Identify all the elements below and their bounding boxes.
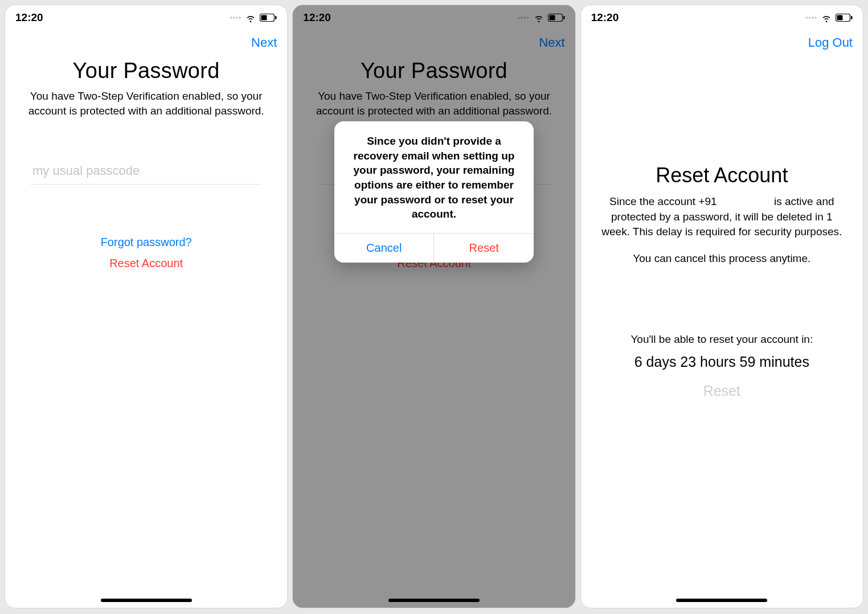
reset-info-prefix: Since the account +91 <box>609 195 717 207</box>
cellular-dots-icon: •••• <box>805 14 817 22</box>
page-title: Your Password <box>19 59 273 83</box>
wifi-icon <box>245 12 256 23</box>
screen-reset-account: 12:20 •••• Log Out Reset Account Since t… <box>580 5 863 608</box>
alert-reset-button[interactable]: Reset <box>433 234 534 263</box>
status-time: 12:20 <box>591 11 619 24</box>
reset-cancel-note: You can cancel this process anytime. <box>597 252 847 265</box>
nav-bar: Log Out <box>581 30 863 55</box>
reset-info-text: Since the account +91 is active and prot… <box>597 194 847 240</box>
countdown-label: You'll be able to reset your account in: <box>597 333 847 346</box>
alert-cancel-button[interactable]: Cancel <box>334 234 434 263</box>
logout-button[interactable]: Log Out <box>808 35 853 50</box>
svg-rect-7 <box>837 15 842 21</box>
account-phone-redacted <box>720 195 771 207</box>
status-right: •••• <box>805 12 853 23</box>
status-bar: 12:20 •••• <box>581 5 863 30</box>
content: Your Password You have Two-Step Verifica… <box>5 55 287 608</box>
wifi-icon <box>821 12 832 23</box>
page-subtitle: You have Two-Step Verification enabled, … <box>19 89 273 118</box>
next-button[interactable]: Next <box>251 35 277 50</box>
content: Reset Account Since the account +91 is a… <box>581 55 863 399</box>
password-hint-input[interactable] <box>30 158 262 185</box>
nav-bar: Next <box>5 30 287 55</box>
svg-rect-1 <box>261 15 267 21</box>
modal-overlay <box>293 5 575 608</box>
screen-your-password: 12:20 •••• Next Your Password You have T… <box>5 5 288 608</box>
svg-rect-8 <box>851 16 853 19</box>
status-right: •••• <box>230 12 277 23</box>
countdown-value: 6 days 23 hours 59 minutes <box>597 354 847 370</box>
svg-rect-2 <box>275 16 277 19</box>
cellular-dots-icon: •••• <box>230 14 242 22</box>
alert-dialog: Since you didn't provide a recovery emai… <box>334 121 534 263</box>
battery-icon <box>260 14 277 22</box>
status-bar: 12:20 •••• <box>5 5 287 30</box>
reset-button-disabled: Reset <box>597 383 847 399</box>
page-title: Reset Account <box>597 163 847 187</box>
battery-icon <box>836 14 853 22</box>
reset-account-link[interactable]: Reset Account <box>109 257 183 270</box>
screen-your-password-alert: 12:20 •••• Next Your Password You have T… <box>292 5 575 608</box>
forgot-password-link[interactable]: Forgot password? <box>101 236 192 249</box>
status-time: 12:20 <box>15 11 43 24</box>
home-indicator <box>101 599 192 602</box>
alert-message: Since you didn't provide a recovery emai… <box>347 134 521 222</box>
home-indicator <box>676 599 767 602</box>
